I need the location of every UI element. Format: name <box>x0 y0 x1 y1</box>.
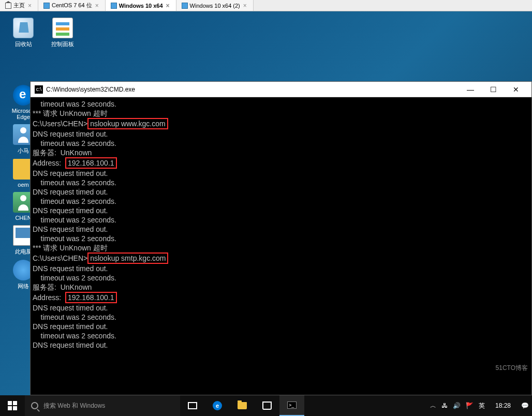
cmd-output[interactable]: timeout was 2 seconds. *** 请求 UnKnown 超时… <box>31 97 531 395</box>
cmd-line: *** 请求 UnKnown 超时 <box>33 243 529 252</box>
start-button[interactable] <box>0 395 25 416</box>
ime-indicator[interactable]: 英 <box>479 402 485 410</box>
icon-label: 小马 <box>18 147 29 154</box>
clock[interactable]: 18:28 <box>490 402 516 409</box>
cmd-line: timeout was 2 seconds. <box>33 313 529 322</box>
action-center-icon[interactable]: 💬 <box>521 402 529 409</box>
system-tray: ︿ 🖧 🔊 🚩 英 18:28 💬 <box>427 402 532 410</box>
cmd-line: DNS request timed out. <box>33 129 529 139</box>
label: Address: <box>33 293 65 302</box>
vm-tab-label: 主页 <box>13 2 25 9</box>
watermark: 51CTO博客 <box>496 364 528 373</box>
cmd-line: timeout was 2 seconds. <box>33 215 529 225</box>
vm-tab-bar: 主页 × CentOS 7 64 位 × Windows 10 x64 × Wi… <box>0 0 532 11</box>
folder-icon <box>238 402 247 409</box>
cmd-line: DNS request timed out. <box>33 225 529 234</box>
minimize-button[interactable]: — <box>459 82 482 97</box>
task-view-icon <box>188 402 197 409</box>
taskbar-apps: e >_ <box>180 395 304 416</box>
search-box[interactable]: 搜索 Web 和 Windows <box>25 395 180 416</box>
recycle-bin-icon <box>13 18 34 38</box>
desktop[interactable]: 回收站 控制面板 Microsoft Edge 小马 oem CHEN 此电脑 <box>0 11 532 395</box>
cmd-line: DNS request timed out. <box>33 264 529 273</box>
icon-label: 网络 <box>18 283 29 289</box>
cmd-line: timeout was 2 seconds. <box>33 331 529 340</box>
cmd-line: timeout was 2 seconds. <box>33 139 529 148</box>
cmd-line: DNS request timed out. <box>33 303 529 313</box>
cmd-line: *** 请求 UnKnown 超时 <box>33 109 529 118</box>
store-icon <box>262 402 272 410</box>
vm-tab-home[interactable]: 主页 × <box>0 0 38 11</box>
security-tray-icon[interactable]: 🚩 <box>466 402 474 409</box>
cmd-line: C:\Users\CHEN>nslookup smtp.kgc.com <box>33 252 529 264</box>
cmd-icon: >_ <box>287 402 297 409</box>
cmd-titlebar[interactable]: c:\ C:\Windows\system32\CMD.exe — ☐ ✕ <box>31 82 531 97</box>
control-panel-icon <box>52 18 73 38</box>
close-button[interactable]: ✕ <box>505 82 527 97</box>
taskbar-cmd[interactable]: >_ <box>279 395 304 416</box>
taskbar-explorer[interactable] <box>230 395 255 416</box>
vm-icon <box>111 3 117 9</box>
taskbar: 搜索 Web 和 Windows e >_ ︿ 🖧 🔊 🚩 英 18:28 💬 <box>0 395 532 416</box>
cmd-icon: c:\ <box>35 85 43 94</box>
cmd-line: 服务器: UnKnown <box>33 148 529 157</box>
windows-logo-icon <box>8 401 17 410</box>
time: 18:28 <box>495 402 511 409</box>
network-tray-icon[interactable]: 🖧 <box>441 402 448 409</box>
icon-label: 控制面板 <box>51 41 74 47</box>
close-icon[interactable]: × <box>27 2 33 9</box>
highlight-address: 192.168.100.1 <box>65 157 117 169</box>
icon-label: oem <box>18 182 28 188</box>
vm-tab-label: Windows 10 x64 (2) <box>190 3 240 9</box>
icon-label: CHEN <box>15 215 31 221</box>
close-icon[interactable]: × <box>242 2 248 9</box>
tray-chevron-up-icon[interactable]: ︿ <box>430 402 436 410</box>
cmd-line: timeout was 2 seconds. <box>33 197 529 206</box>
taskbar-edge[interactable]: e <box>205 395 230 416</box>
recycle-bin[interactable]: 回收站 <box>5 17 41 49</box>
highlight-address: 192.168.100.1 <box>65 292 117 303</box>
cmd-line: Address: 192.168.100.1 <box>33 292 529 303</box>
cmd-line: DNS request timed out. <box>33 187 529 197</box>
volume-tray-icon[interactable]: 🔊 <box>453 402 461 409</box>
maximize-button[interactable]: ☐ <box>482 82 505 97</box>
vm-tab-label: Windows 10 x64 <box>119 3 163 9</box>
cmd-line: DNS request timed out. <box>33 340 529 350</box>
vm-tab-centos[interactable]: CentOS 7 64 位 × <box>38 0 106 11</box>
desktop-icon-grid: 回收站 控制面板 <box>5 17 81 49</box>
cmd-line: timeout was 2 seconds. <box>33 234 529 243</box>
cmd-line: DNS request timed out. <box>33 169 529 178</box>
search-icon <box>31 402 38 409</box>
vm-icon <box>182 3 188 9</box>
prompt: C:\Users\CHEN> <box>33 254 87 262</box>
vm-tab-label: CentOS 7 64 位 <box>52 2 92 9</box>
cmd-line: Address: 192.168.100.1 <box>33 157 529 169</box>
taskbar-store[interactable] <box>255 395 279 416</box>
cmd-line: timeout was 2 seconds. <box>33 99 529 109</box>
close-icon[interactable]: × <box>165 2 171 9</box>
cmd-line: C:\Users\CHEN>nslookup www.kgc.com <box>33 118 529 129</box>
label: Address: <box>33 159 65 167</box>
close-icon[interactable]: × <box>94 2 100 9</box>
task-view-button[interactable] <box>180 395 205 416</box>
highlight-nslookup-www: nslookup www.kgc.com <box>87 118 168 129</box>
control-panel[interactable]: 控制面板 <box>45 17 81 49</box>
vm-tab-win10[interactable]: Windows 10 x64 × <box>106 0 176 11</box>
icon-label: 回收站 <box>15 41 32 47</box>
cmd-line: 服务器: UnKnown <box>33 283 529 292</box>
vm-icon <box>43 3 50 9</box>
search-placeholder: 搜索 Web 和 Windows <box>43 402 105 410</box>
cmd-line: DNS request timed out. <box>33 206 529 215</box>
prompt: C:\Users\CHEN> <box>33 120 87 128</box>
edge-icon: e <box>213 401 222 410</box>
home-icon <box>5 3 11 9</box>
cmd-line: timeout was 2 seconds. <box>33 178 529 187</box>
cmd-window: c:\ C:\Windows\system32\CMD.exe — ☐ ✕ ti… <box>30 81 532 395</box>
icon-label: 此电脑 <box>15 248 32 255</box>
cmd-line: DNS request timed out. <box>33 322 529 331</box>
cmd-line: timeout was 2 seconds. <box>33 273 529 283</box>
highlight-nslookup-smtp: nslookup smtp.kgc.com <box>87 252 168 264</box>
vm-tab-win10-2[interactable]: Windows 10 x64 (2) × <box>176 0 254 11</box>
window-title: C:\Windows\system32\CMD.exe <box>46 86 135 93</box>
